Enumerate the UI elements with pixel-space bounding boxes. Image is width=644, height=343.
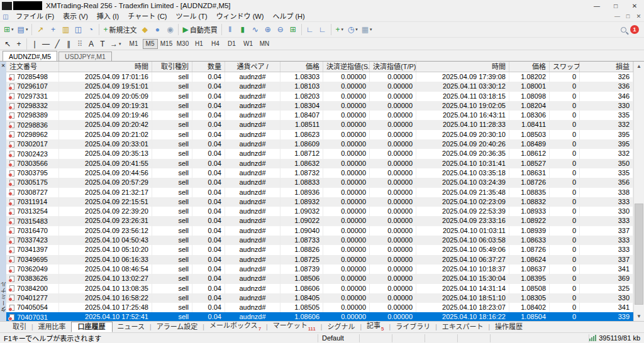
crosshair-button[interactable]: + — [13, 38, 25, 50]
table-row[interactable]: 702973312025.04.09 20:05:09sell0.04audnz… — [6, 92, 633, 101]
column-header[interactable]: 時間 — [416, 62, 509, 72]
timeframe-button-M30[interactable]: M30 — [175, 39, 191, 49]
chart-tab-USDJPY--M1[interactable]: USDJPY#,M1 — [58, 52, 112, 61]
table-row[interactable]: 703051752025.04.09 20:57:29sell0.04audnz… — [6, 178, 633, 187]
autoscroll-button[interactable]: ∟ — [304, 23, 316, 36]
scroll-down-arrow[interactable]: ▼ — [634, 312, 644, 321]
table-row[interactable]: 703620492025.04.10 08:46:54sell0.04audnz… — [6, 264, 633, 274]
table-row[interactable]: 703119142025.04.09 22:15:51sell0.04audnz… — [6, 197, 633, 207]
tab-記事[interactable]: 記事5 — [362, 321, 389, 334]
horizontal-line-button[interactable]: — — [40, 38, 52, 50]
close-chart-button[interactable]: ✕ — [633, 11, 644, 21]
menu-item-ファイル[interactable]: ファイル (F) — [11, 13, 58, 20]
new-order-button[interactable]: +新規注文 — [101, 23, 138, 36]
zoom-in-button[interactable]: ⊕ — [262, 23, 274, 36]
table-row[interactable]: 702989622025.04.09 20:21:02sell0.04audnz… — [6, 130, 633, 139]
column-header[interactable]: 価格 — [280, 62, 323, 72]
table-row[interactable]: 704050542025.04.10 17:25:48sell0.04audnz… — [6, 303, 633, 312]
table-row[interactable]: 703024232025.04.09 20:35:13sell0.04audnz… — [6, 149, 633, 158]
column-header[interactable]: 取引種別 — [152, 62, 192, 72]
menu-item-ツール[interactable]: ツール (T) — [172, 13, 212, 20]
column-header[interactable]: 価格 — [509, 62, 550, 72]
notification-badge[interactable]: 1 — [630, 25, 639, 34]
maximize-window-button[interactable]: □ — [606, 0, 625, 11]
strategy-tester-button[interactable]: ◔ — [84, 23, 97, 36]
table-row[interactable]: 702854982025.04.09 17:01:16sell0.04audnz… — [6, 72, 633, 82]
line-chart-button[interactable]: ∿ — [249, 23, 262, 36]
navigator-button[interactable]: ▥ — [59, 23, 72, 36]
scroll-track[interactable] — [634, 71, 644, 312]
menu-item-表示[interactable]: 表示 (V) — [58, 13, 92, 20]
timeframe-button-MN[interactable]: MN — [257, 39, 272, 49]
status-profile[interactable]: Default — [318, 334, 359, 342]
tab-取引[interactable]: 取引 — [8, 322, 31, 332]
timeframe-button-M15[interactable]: M15 — [159, 39, 174, 49]
tab-アラーム設定[interactable]: アラーム設定 — [152, 322, 203, 332]
column-header[interactable]: 損益 — [580, 62, 633, 72]
table-row[interactable]: 703842002025.04.10 13:08:35sell0.04audnz… — [6, 284, 633, 293]
tile-windows-button[interactable]: ⊞ — [287, 23, 299, 36]
tab-ライブラリ[interactable]: ライブラリ — [391, 322, 435, 332]
table-row[interactable]: 703374232025.04.10 04:50:43sell0.04audnz… — [6, 236, 633, 245]
table-row[interactable]: 703496952025.04.10 06:16:33sell0.04audnz… — [6, 255, 633, 264]
terminal-button[interactable]: ◫ — [72, 23, 84, 36]
column-header[interactable]: 決済指値(T/P) — [370, 62, 416, 72]
column-header[interactable]: 通貨ペア / — [225, 62, 280, 72]
auto-trading-button[interactable]: ▶自動売買 — [180, 23, 219, 36]
column-header[interactable]: 注文番号 — [6, 62, 59, 72]
zoom-out-button[interactable]: ⊖ — [274, 23, 287, 36]
timeframe-button-H1[interactable]: H1 — [192, 39, 207, 49]
label-button[interactable]: T — [97, 38, 108, 50]
timeframe-button-H4[interactable]: H4 — [208, 39, 223, 49]
table-row[interactable]: 702961072025.04.09 19:51:01sell0.04audnz… — [6, 82, 633, 91]
tab-運用比率[interactable]: 運用比率 — [33, 322, 71, 332]
tab-エキスパート[interactable]: エキスパート — [437, 322, 489, 332]
terminal-close-button[interactable]: ✕ — [1, 63, 6, 69]
table-row[interactable]: 703020172025.04.09 20:33:01sell0.04audnz… — [6, 139, 633, 149]
timeframe-button-D1[interactable]: D1 — [225, 39, 240, 49]
search-icon[interactable] — [621, 27, 626, 33]
table-row[interactable]: 702983892025.04.09 20:19:46sell0.04audnz… — [6, 111, 633, 120]
community-button[interactable]: ● — [151, 23, 164, 36]
column-header[interactable]: スワップ — [550, 62, 580, 72]
restore-chart-button[interactable]: □ — [623, 11, 633, 21]
fibonacci-button[interactable]: ⠿ — [74, 38, 86, 50]
table-row[interactable]: 703164702025.04.09 23:56:12sell0.04audnz… — [6, 226, 633, 236]
trendline-button[interactable]: ╱ — [52, 38, 63, 50]
shapes-button[interactable]: →▾ — [108, 38, 123, 50]
tab-メールボックス[interactable]: メールボックス7 — [204, 321, 266, 334]
column-header[interactable]: 時間 — [59, 62, 152, 72]
chart-shift-button[interactable]: ∟ — [316, 23, 329, 36]
close-window-button[interactable]: ✕ — [625, 0, 644, 11]
table-row[interactable]: 704070312025.04.10 17:52:41sell0.04audnz… — [6, 312, 633, 321]
scroll-thumb[interactable] — [635, 204, 643, 305]
vertical-scrollbar[interactable]: ▲ ▼ — [633, 62, 644, 321]
table-row[interactable]: 702988362025.04.09 20:20:42sell0.04audnz… — [6, 120, 633, 129]
table-row[interactable]: 703154832025.04.09 23:26:31sell0.04audnz… — [6, 216, 633, 226]
cursor-button[interactable]: ↖ — [2, 38, 13, 50]
channel-button[interactable]: ∥ — [63, 38, 74, 50]
table-row[interactable]: 703087272025.04.09 21:32:17sell0.04audnz… — [6, 188, 633, 197]
menu-item-挿入[interactable]: 挿入 (I) — [92, 13, 123, 20]
tab-操作履歴[interactable]: 操作履歴 — [490, 322, 528, 332]
periods-button[interactable]: ◷▾ — [346, 23, 360, 36]
menu-item-ウィンドウ[interactable]: ウィンドウ (W) — [212, 13, 269, 20]
bar-chart-button[interactable]: ‖ — [224, 23, 236, 36]
market-watch-button[interactable]: ↗ — [34, 23, 47, 36]
new-chart-button[interactable]: ⊞▾ — [2, 23, 16, 36]
menu-item-チャート[interactable]: チャート (C) — [123, 13, 171, 20]
scroll-up-arrow[interactable]: ▲ — [634, 62, 644, 71]
chart-tab-AUDNZD--M5[interactable]: AUDNZD#,M5 — [3, 51, 57, 61]
table-row[interactable]: 703035662025.04.09 20:41:55sell0.04audnz… — [6, 159, 633, 168]
column-header[interactable]: 数量 — [192, 62, 225, 72]
metaeditor-button[interactable]: ◆ — [138, 23, 151, 36]
sound-button[interactable]: ◉ — [164, 23, 176, 36]
table-row[interactable]: 702983322025.04.09 20:19:31sell0.04audnz… — [6, 101, 633, 111]
tab-マーケット[interactable]: マーケット111 — [268, 321, 321, 334]
table-row[interactable]: 703413972025.04.10 05:10:20sell0.04audnz… — [6, 245, 633, 254]
indicators-button[interactable]: +▾ — [333, 23, 346, 36]
timeframe-button-M1[interactable]: M1 — [126, 39, 142, 49]
minimize-chart-button[interactable]: — — [612, 11, 623, 21]
text-button[interactable]: A — [86, 38, 97, 50]
table-row[interactable]: 703132542025.04.09 22:39:20sell0.04audnz… — [6, 207, 633, 216]
